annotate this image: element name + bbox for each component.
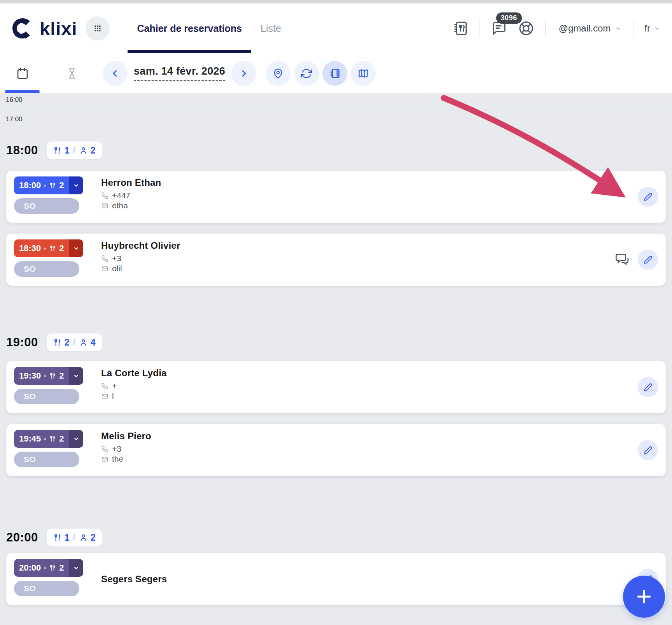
- tab-label: Liste: [261, 23, 281, 34]
- chevron-down-icon: [653, 24, 661, 32]
- pending-view-button[interactable]: [65, 67, 79, 80]
- notebook-icon: [329, 68, 341, 79]
- email-row: etha: [101, 201, 161, 210]
- pencil-icon: [644, 255, 653, 264]
- guests-count: 2: [91, 532, 96, 543]
- reservation-card-la-corte-lydia: 19:30 2 SO La Corte Lydia +: [6, 361, 666, 413]
- chevron-right-icon: [238, 68, 249, 79]
- reservation-time: 19:30: [19, 371, 41, 381]
- previous-day-button[interactable]: [103, 61, 128, 86]
- dot-separator: [44, 375, 46, 377]
- active-view-indicator: [5, 90, 40, 93]
- status-label: SO: [24, 264, 36, 274]
- chevron-down-icon: [614, 24, 622, 32]
- edit-reservation-button[interactable]: [638, 377, 658, 397]
- next-day-button[interactable]: [231, 61, 256, 86]
- badge-column: 20:00 2 SO: [14, 559, 90, 596]
- floor-map-button[interactable]: [351, 61, 376, 86]
- calendar-view-button[interactable]: [16, 66, 30, 80]
- reservation-book-page: klixi Cahier de reservations Liste 3096: [0, 0, 672, 625]
- status-badge: SO: [14, 581, 79, 596]
- reservation-time: 20:00: [19, 563, 41, 573]
- logo-text: klixi: [40, 18, 77, 39]
- phone-icon: [101, 255, 108, 262]
- reservation-time-badge[interactable]: 18:30 2: [14, 239, 83, 257]
- section-hour: 20:00: [6, 531, 38, 545]
- book-view-button[interactable]: [322, 61, 347, 86]
- tab-liste[interactable]: Liste: [251, 3, 290, 53]
- help-button[interactable]: [518, 20, 534, 37]
- timeline: 16:00 17:00 18:00 1 / 2 18:00: [0, 93, 672, 605]
- cutlery-icon: [49, 372, 56, 379]
- cutlery-icon: [53, 533, 62, 542]
- reservation-info: Huybrecht Olivier +3 olil: [101, 239, 180, 273]
- reservation-card-melis-piero: 19:45 2 SO Melis Piero +3: [6, 424, 666, 476]
- menu-book-button[interactable]: [452, 20, 469, 37]
- map-pin-icon: [272, 68, 284, 79]
- guest-phone: +3: [112, 254, 121, 263]
- reservation-time-badge[interactable]: 20:00 2: [14, 559, 83, 577]
- add-reservation-fab[interactable]: [623, 576, 665, 618]
- guest-email: l: [112, 391, 114, 401]
- section-summary-badge: 1 / 2: [47, 141, 102, 159]
- envelope-icon: [101, 456, 108, 463]
- messages-button[interactable]: 3096: [491, 20, 507, 37]
- account-menu[interactable]: @gmail.com: [559, 23, 623, 34]
- chevron-down-icon: [73, 435, 80, 442]
- chat-bubbles-icon: [614, 252, 630, 267]
- cutlery-icon: [49, 245, 56, 252]
- section-summary-badge: 2 / 4: [47, 333, 102, 351]
- cutlery-icon: [49, 564, 56, 571]
- guests-count: 2: [91, 145, 96, 156]
- dot-separator: [44, 248, 46, 250]
- guest-name: Huybrecht Olivier: [101, 240, 180, 251]
- tab-label: Cahier de reservations: [137, 23, 242, 34]
- covers-count: 2: [59, 563, 64, 573]
- lifebuoy-icon: [518, 20, 534, 37]
- refresh-button[interactable]: [294, 61, 319, 86]
- tab-cahier-de-reservations[interactable]: Cahier de reservations: [128, 3, 251, 53]
- apps-menu-button[interactable]: [86, 16, 110, 40]
- tables-count: 1: [65, 145, 70, 156]
- conversation-button[interactable]: [614, 252, 630, 267]
- card-actions: [638, 440, 658, 460]
- covers-count: 2: [59, 371, 64, 381]
- chevron-down-icon: [73, 372, 80, 379]
- pencil-icon: [644, 446, 653, 455]
- guest-name: Melis Piero: [101, 431, 151, 442]
- location-button[interactable]: [266, 61, 290, 86]
- calendar-icon: [16, 66, 30, 80]
- guest-name: Herron Ethan: [101, 177, 161, 188]
- reservation-time-badge[interactable]: 19:45 2: [14, 430, 83, 448]
- phone-row: +3: [101, 254, 180, 263]
- date-picker[interactable]: sam. 14 févr. 2026: [134, 65, 225, 81]
- language-selector[interactable]: fr: [644, 23, 661, 34]
- section-header-1800: 18:00 1 / 2: [0, 140, 672, 161]
- badge-column: 18:00 2 SO: [14, 176, 90, 214]
- edit-reservation-button[interactable]: [638, 250, 658, 270]
- separator: /: [73, 337, 75, 347]
- reservation-time-badge[interactable]: 18:00 2: [14, 176, 83, 194]
- divider: [480, 19, 480, 37]
- cutlery-icon: [49, 182, 56, 189]
- hourglass-icon: [65, 67, 79, 80]
- cutlery-icon: [53, 338, 62, 347]
- menu-book-icon: [452, 20, 469, 37]
- edit-reservation-button[interactable]: [638, 440, 658, 460]
- divider: [545, 19, 546, 37]
- reservation-info: Segers Segers: [101, 574, 167, 585]
- phone-icon: [101, 445, 108, 453]
- reservation-time-badge[interactable]: 19:30 2: [14, 367, 83, 385]
- guest-name: Segers Segers: [101, 574, 167, 585]
- edit-reservation-button[interactable]: [638, 187, 658, 207]
- card-actions: [614, 250, 658, 270]
- time-label: 16:00: [6, 96, 23, 103]
- cutlery-icon: [53, 146, 62, 155]
- person-icon: [79, 533, 88, 542]
- reservation-info: La Corte Lydia + l: [101, 367, 167, 401]
- reservation-info: Melis Piero +3 the: [101, 430, 151, 464]
- date-toolbar: sam. 14 févr. 2026: [0, 53, 672, 93]
- guest-email: etha: [112, 201, 128, 210]
- language-code: fr: [644, 23, 650, 34]
- section-summary-badge: 1 / 2: [47, 529, 102, 546]
